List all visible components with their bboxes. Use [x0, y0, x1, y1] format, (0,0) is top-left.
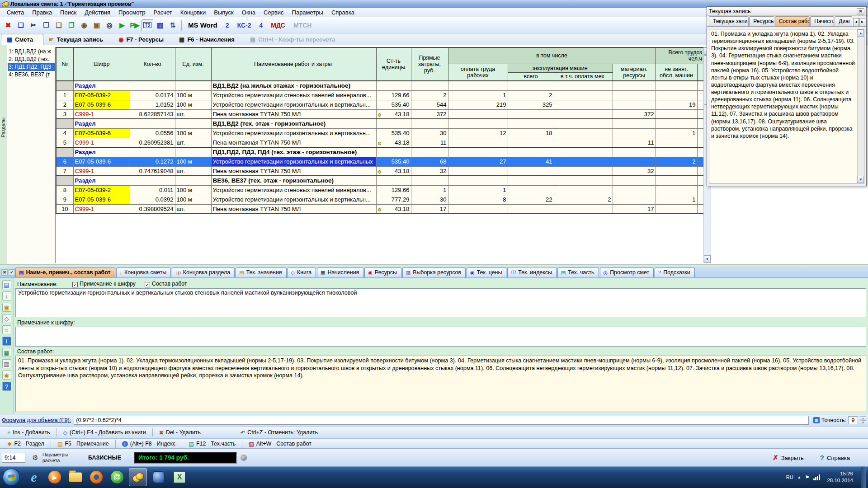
- col-header-num[interactable]: №: [56, 47, 73, 81]
- record-tab-Ресурсы[interactable]: Ресурсы: [749, 16, 774, 26]
- name-textarea[interactable]: Устройство герметизации горизонтальных и…: [15, 288, 866, 317]
- run-p-icon[interactable]: P▶: [129, 19, 141, 31]
- chart-icon[interactable]: ▦: [2, 348, 11, 357]
- action-F5 - Примечание[interactable]: ▤F5 - Примечание: [53, 441, 113, 447]
- menu-item-Правка[interactable]: Правка: [28, 9, 56, 16]
- works-textarea[interactable]: 01. Промазка и укладка жгута (норма 1). …: [15, 356, 866, 412]
- item-row[interactable]: 10С999-10.398809524шт.Пена монтажная TYT…: [56, 204, 704, 214]
- ie-icon[interactable]: e: [25, 468, 43, 486]
- action-F2 - Раздел[interactable]: ✱F2 - Раздел: [3, 441, 49, 447]
- media-player-icon[interactable]: ▶: [46, 468, 64, 486]
- col-header-not-serving[interactable]: не занят. обсл. машин: [656, 64, 697, 81]
- record-tabs-right-icon[interactable]: ►: [859, 18, 865, 26]
- bottom-tab-Подсказки[interactable]: ?Подсказки: [655, 267, 695, 277]
- col-header-mach-oper[interactable]: в т.ч. оплата мех.: [554, 72, 613, 81]
- item-row[interactable]: 5С999-10.260952381шт.Пена монтажная TYTA…: [56, 138, 704, 147]
- col-header-qty[interactable]: Кол-во: [130, 47, 175, 81]
- note-checkbox-icon[interactable]: ✓: [72, 282, 78, 287]
- network-icon[interactable]: [813, 474, 820, 480]
- note-textarea[interactable]: [15, 327, 866, 347]
- note-checkbox[interactable]: ✓Примечание к шифру: [72, 281, 136, 287]
- paste-icon[interactable]: ❑: [53, 19, 65, 31]
- find-icon[interactable]: ◎: [104, 19, 115, 31]
- panel-close-icon[interactable]: ✖: [1, 269, 8, 276]
- paste-special-icon[interactable]: ▣: [91, 19, 103, 31]
- bottom-tab-Ресурсы[interactable]: ◉Ресурсы: [364, 267, 401, 277]
- menu-item-Действия[interactable]: Действия: [80, 9, 114, 16]
- record-tab-Состав работ[interactable]: Состав работ: [775, 16, 810, 26]
- menu-item-Просмотр[interactable]: Просмотр: [114, 9, 149, 16]
- calc-params-button[interactable]: Параметрырасчета: [42, 452, 68, 463]
- delete-icon[interactable]: ✖: [2, 19, 14, 31]
- item-row[interactable]: 4Е07-05-039-60.0556100 мУстройство герме…: [56, 128, 704, 138]
- menu-item-Концовки[interactable]: Концовки: [176, 9, 210, 16]
- menu-item-Поиск[interactable]: Поиск: [56, 9, 80, 16]
- action-Ctrl+Z - Отменить: Удалить[interactable]: ↶Ctrl+Z - Отменить: Удалить: [236, 429, 322, 436]
- doc-icon[interactable]: ▤: [2, 280, 11, 289]
- gear-icon[interactable]: ⚙: [30, 452, 41, 463]
- bottom-tab-Начисления[interactable]: ▦Начисления: [317, 267, 363, 277]
- help-icon[interactable]: ?: [2, 382, 11, 391]
- save-export-icon[interactable]: ❏: [15, 19, 27, 31]
- taskbar-clock[interactable]: 15:2628.10.2014: [827, 470, 853, 484]
- item-row[interactable]: 9Е07-05-039-60.0392100 мУстройство герме…: [56, 195, 704, 204]
- quick-link-КС-2[interactable]: КС-2: [237, 22, 251, 29]
- record-scroll-up-icon[interactable]: ▲: [858, 29, 864, 37]
- col-header-unit[interactable]: Ед. изм.: [175, 47, 211, 81]
- panel-pin-icon[interactable]: ✔: [9, 269, 15, 276]
- quick-link-4[interactable]: 4: [259, 22, 263, 29]
- formula-input[interactable]: [74, 416, 809, 425]
- item-row[interactable]: 8Е07-05-039-20.011100 мУстройство гермет…: [56, 185, 704, 195]
- record-tab-Диаг[interactable]: Диаг: [835, 16, 852, 26]
- section-row[interactable]: РазделВЕ36, ВЕ37 (тех. этаж - горизонтал…: [56, 176, 704, 185]
- flag-icon[interactable]: ⚑: [805, 474, 810, 480]
- item-row[interactable]: 6Е07-05-039-60.1272100 мУстройство герме…: [56, 157, 704, 166]
- item-row[interactable]: 3С999-18.622857143шт.Пена монтажная TYTA…: [56, 109, 704, 119]
- language-indicator[interactable]: RU: [786, 474, 793, 480]
- col-group-total-labor[interactable]: Всего трудоз чел.ч: [656, 47, 704, 64]
- bottom-tab-Тех. часть[interactable]: ▤Тех. часть: [557, 267, 599, 277]
- show-desktop-button[interactable]: [861, 466, 866, 488]
- tab-F6 - Начисления[interactable]: ▦F6 - Начисления: [174, 34, 245, 45]
- item-row[interactable]: 7С999-10.747619048шт.Пена монтажная TYTA…: [56, 166, 704, 176]
- sidebar-item[interactable]: 1: ВД1,ВД2 (на ж: [8, 48, 55, 56]
- col-header-code[interactable]: Шифр: [73, 47, 130, 81]
- sidebar-item[interactable]: 2: ВД1,ВД2 (тех.: [8, 56, 55, 63]
- col-header-unit-cost[interactable]: Ст-ть единицы: [376, 47, 411, 81]
- bottom-tab-Концовка сметы[interactable]: ↓Концовка сметы: [116, 267, 171, 277]
- record-tab-Текущая запись[interactable]: Текущая запись: [709, 16, 749, 26]
- action-(Ctrl+) F4 - Добавить из книги[interactable]: ◇(Ctrl+) F4 - Добавить из книги: [59, 429, 151, 436]
- arrow-down-icon[interactable]: ↓: [2, 291, 11, 300]
- action-F12 - Тех.часть[interactable]: ▤F12 - Тех.часть: [184, 441, 240, 447]
- menu-item-Сервис[interactable]: Сервис: [259, 9, 288, 16]
- list-icon[interactable]: ▥: [2, 359, 11, 368]
- quick-link-МДС[interactable]: МДС: [271, 22, 285, 29]
- tab-Текущая запись[interactable]: ☛Текущая запись: [43, 34, 113, 45]
- coins-icon[interactable]: ◉: [2, 371, 11, 380]
- item-row[interactable]: 1Е07-05-039-20.0174100 мУстройство герме…: [56, 90, 704, 100]
- tab-Смета[interactable]: ▦Смета: [1, 34, 43, 45]
- action-Alt+W - Состав работ[interactable]: ▧Alt+W - Состав работ: [244, 441, 316, 447]
- mail-agent-icon[interactable]: @: [108, 468, 126, 486]
- cut-icon[interactable]: ✂: [28, 19, 39, 31]
- bottom-tab-Наим-е, примеч., состав работ[interactable]: ▤Наим-е, примеч., состав работ: [15, 267, 115, 277]
- bottom-tab-Книга[interactable]: ◇Книга: [288, 267, 316, 277]
- record-window-title-bar[interactable]: Текущая запись ✖: [707, 7, 866, 16]
- bottom-tab-Тек. значения[interactable]: ▤Тек. значения: [236, 267, 286, 277]
- action-Del - Удалить[interactable]: ✖Del - Удалить: [155, 429, 205, 436]
- menu-item-Выпуск[interactable]: Выпуск: [210, 9, 238, 16]
- tray-expand-icon[interactable]: ▲: [797, 475, 801, 479]
- tab-Ctrl+I - Коэф-ты пересчета[interactable]: ▤Ctrl+I - Коэф-ты пересчета: [245, 34, 345, 45]
- menu-item-Параметры[interactable]: Параметры: [288, 9, 327, 16]
- item-row[interactable]: 2Е07-05-039-61.0152100 мУстройство герме…: [56, 100, 704, 109]
- quick-link-MS Word[interactable]: MS Word: [188, 21, 217, 29]
- formula-link[interactable]: Формула для объема (F9):: [2, 417, 71, 423]
- quick-link-МТСН[interactable]: МТСН: [293, 22, 311, 29]
- record-tab-Начисл.[interactable]: Начисл.: [810, 16, 834, 26]
- col-header-name[interactable]: Наименование работ и затрат: [211, 47, 376, 81]
- paste-insert-icon[interactable]: ❒: [66, 19, 77, 31]
- info-icon[interactable]: i: [2, 337, 11, 346]
- section-row[interactable]: РазделВД1,ВД2 (на жилых этажах - горизон…: [56, 81, 704, 90]
- bottom-tab-Тек. индексы[interactable]: ⓘТек. индексы: [507, 267, 557, 277]
- picture-icon[interactable]: ▣: [2, 303, 11, 312]
